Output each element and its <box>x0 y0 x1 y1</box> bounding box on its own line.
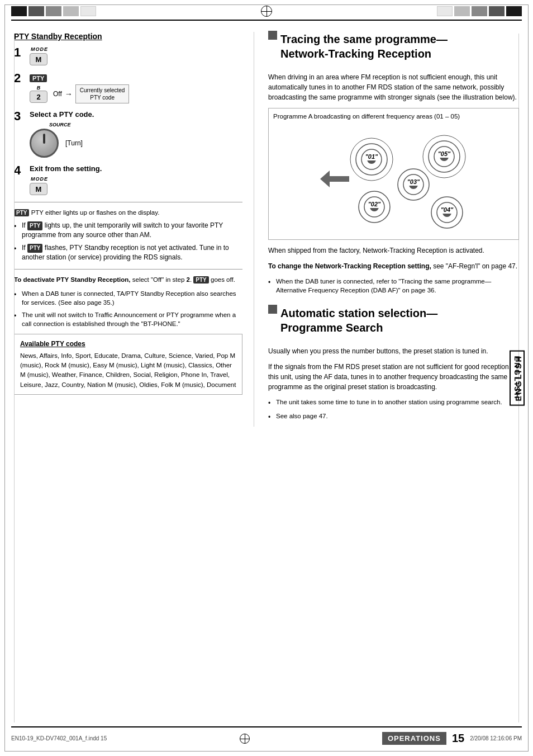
label-05: "05" <box>437 150 450 157</box>
car-arrow <box>320 171 349 187</box>
diagram-area: "01" "05" "03" <box>273 123 514 235</box>
label-02: "02" <box>368 201 380 207</box>
freq-svg: "01" "05" "03" <box>310 126 478 232</box>
section-icon-1 <box>268 31 277 40</box>
source-knob[interactable] <box>30 129 59 158</box>
label-03: "03" <box>407 178 420 185</box>
bottom-reg-mark <box>240 734 250 744</box>
page-number: 15 <box>452 732 464 745</box>
section-icon-2 <box>268 305 277 314</box>
english-label: ENGLISH <box>510 351 525 406</box>
bottom-timestamp: 2/20/08 12:16:06 PM <box>470 735 522 741</box>
operations-badge: OPERATIONS <box>382 732 446 745</box>
freq-diagram-text: Programme A broadcasting on different fr… <box>273 113 514 120</box>
registration-mark-center <box>261 6 272 17</box>
frequency-diagram: Programme A broadcasting on different fr… <box>268 108 519 240</box>
bottom-file: EN10-19_KD-DV7402_001A_f.indd 15 <box>11 735 107 741</box>
bottom-right: OPERATIONS 15 2/20/08 12:16:06 PM <box>382 732 522 745</box>
label-01: "01" <box>365 153 378 160</box>
left-decorative-line <box>14 34 15 722</box>
label-04: "04" <box>440 206 453 213</box>
bottom-line <box>11 726 522 727</box>
bottom-content: EN10-19_KD-DV7402_001A_f.indd 15 OPERATI… <box>11 732 522 745</box>
bottom-bar: EN10-19_KD-DV7402_001A_f.indd 15 OPERATI… <box>11 726 522 745</box>
